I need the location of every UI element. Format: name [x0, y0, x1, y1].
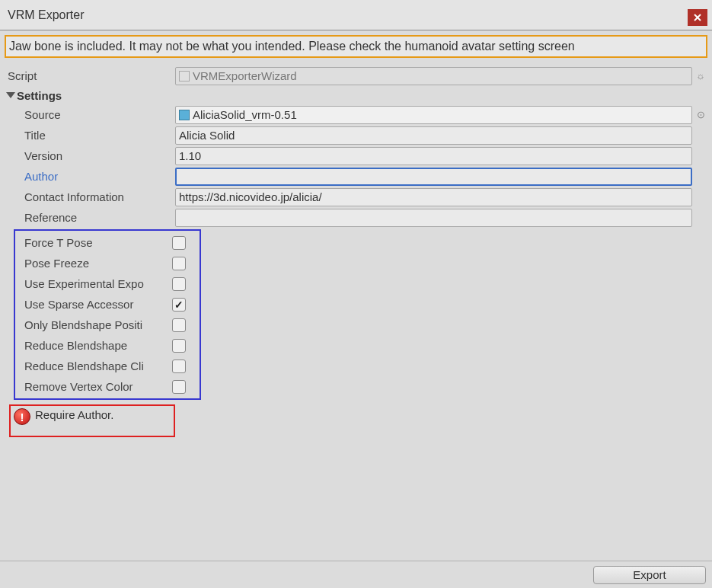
contact-value: https://3d.nicovideo.jp/alicia/ — [179, 190, 322, 203]
close-icon — [693, 13, 702, 22]
contact-row: Contact Information https://3d.nicovideo… — [5, 187, 707, 207]
script-value: VRMExporterWizard — [193, 69, 297, 82]
remove-vertex-color-row: Remove Vertex Color — [15, 376, 200, 397]
source-field[interactable]: AliciaSolid_vrm-0.51 — [175, 106, 692, 124]
settings-label: Settings — [17, 89, 62, 102]
object-picker-icon[interactable]: ⊙ — [694, 109, 707, 120]
title-bar: VRM Exporter — [0, 0, 712, 30]
script-field: VRMExporterWizard — [175, 67, 692, 85]
title-input[interactable]: Alicia Solid — [175, 126, 692, 145]
reduce-blendshape-label: Reduce Blendshape — [15, 339, 172, 352]
version-input[interactable]: 1.10 — [175, 147, 692, 165]
source-value: AliciaSolid_vrm-0.51 — [193, 108, 297, 121]
reduce-blendshape-cli-checkbox[interactable] — [172, 360, 186, 373]
reduce-blendshape-row: Reduce Blendshape — [15, 335, 200, 356]
only-blendshape-checkbox[interactable] — [172, 318, 186, 332]
author-row: Author — [5, 166, 707, 187]
warning-text: Jaw bone is included. It may not be what… — [9, 40, 575, 53]
force-t-pose-row: Force T Pose — [15, 232, 200, 253]
script-row: Script VRMExporterWizard ☼ — [5, 66, 707, 86]
version-row: Version 1.10 — [5, 145, 707, 166]
force-t-pose-label: Force T Pose — [15, 236, 172, 249]
contact-input[interactable]: https://3d.nicovideo.jp/alicia/ — [175, 188, 692, 206]
contact-label: Contact Information — [5, 190, 175, 203]
use-sparse-row: Use Sparse Accessor — [15, 294, 200, 315]
use-experimental-label: Use Experimental Expo — [15, 277, 172, 290]
reference-row: Reference — [5, 207, 707, 228]
title-label: Title — [5, 129, 175, 142]
reduce-blendshape-checkbox[interactable] — [172, 339, 186, 353]
export-options-group: Force T Pose Pose Freeze Use Experimenta… — [14, 229, 201, 400]
use-experimental-checkbox[interactable] — [172, 277, 186, 291]
component-menu-icon[interactable]: ☼ — [694, 70, 707, 81]
pose-freeze-checkbox[interactable] — [172, 257, 186, 270]
title-row: Title Alicia Solid — [5, 125, 707, 145]
version-label: Version — [5, 149, 175, 162]
window-title: VRM Exporter — [8, 8, 84, 22]
error-text: Require Author. — [35, 407, 113, 421]
author-label: Author — [5, 170, 175, 183]
only-blendshape-label: Only Blendshape Positi — [15, 318, 172, 331]
error-box: ! Require Author. — [9, 404, 175, 437]
only-blendshape-row: Only Blendshape Positi — [15, 315, 200, 335]
inspector-content: Script VRMExporterWizard ☼ Settings Sour… — [0, 62, 712, 437]
script-icon — [179, 71, 190, 81]
reduce-blendshape-cli-label: Reduce Blendshape Cli — [15, 360, 172, 372]
use-experimental-row: Use Experimental Expo — [15, 273, 200, 294]
pose-freeze-label: Pose Freeze — [15, 257, 172, 270]
force-t-pose-checkbox[interactable] — [172, 236, 186, 250]
footer: Export — [0, 561, 712, 588]
pose-freeze-row: Pose Freeze — [15, 253, 200, 273]
export-button[interactable]: Export — [593, 566, 706, 584]
source-row: Source AliciaSolid_vrm-0.51 ⊙ — [5, 104, 707, 125]
title-value: Alicia Solid — [179, 129, 235, 142]
author-input[interactable] — [175, 168, 692, 186]
use-sparse-label: Use Sparse Accessor — [15, 298, 172, 311]
reference-input[interactable] — [175, 209, 692, 227]
remove-vertex-color-checkbox[interactable] — [172, 380, 186, 394]
error-icon: ! — [14, 408, 30, 425]
reduce-blendshape-cli-row: Reduce Blendshape Cli — [15, 356, 200, 376]
version-value: 1.10 — [179, 149, 201, 162]
settings-foldout[interactable]: Settings — [5, 86, 707, 104]
prefab-icon — [179, 110, 190, 120]
foldout-triangle-icon — [6, 92, 15, 98]
remove-vertex-color-label: Remove Vertex Color — [15, 380, 172, 393]
close-button[interactable] — [688, 9, 707, 26]
source-label: Source — [5, 108, 175, 121]
use-sparse-checkbox[interactable] — [172, 298, 186, 312]
warning-bar: Jaw bone is included. It may not be what… — [5, 35, 707, 58]
script-label: Script — [5, 69, 175, 82]
reference-label: Reference — [5, 211, 175, 224]
